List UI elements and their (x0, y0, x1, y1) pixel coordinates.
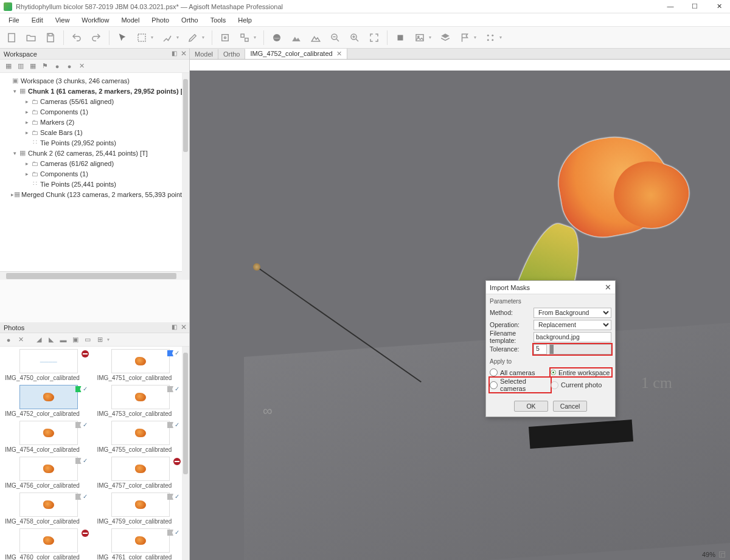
tab-image[interactable]: IMG_4752_color_calibrated✕ (245, 49, 347, 59)
ph-dot-icon[interactable]: ● (4, 335, 13, 345)
ph-1-icon[interactable] (28, 335, 32, 345)
window-maximize-button[interactable]: ☐ (687, 2, 702, 10)
tree-cameras2[interactable]: ▸🗀Cameras (61/62 aligned) (2, 158, 189, 168)
operation-select[interactable]: Replacement (534, 320, 611, 330)
tree-scalebars1[interactable]: ▸🗀Scale Bars (1) (2, 127, 189, 137)
pin-icon[interactable]: ◧ (172, 323, 177, 330)
pointer-icon[interactable] (114, 30, 130, 46)
photo-thumb[interactable]: ✓IMG_4754_color_calibrated (4, 421, 94, 455)
ph-img-icon[interactable]: ▭ (83, 335, 92, 345)
tolerance-slider[interactable] (549, 344, 611, 354)
photo-thumb[interactable]: ――――IMG_4750_color_calibrated (4, 349, 94, 384)
zoom-mode-icon[interactable] (719, 551, 725, 558)
tab-ortho[interactable]: Ortho (218, 49, 246, 59)
tree-components1[interactable]: ▸🗀Components (1) (2, 106, 189, 117)
workspace-hscroll[interactable] (0, 271, 182, 280)
panel-close-icon[interactable]: ✕ (181, 49, 187, 58)
mountain2-icon[interactable] (308, 30, 324, 46)
tree-chunk1[interactable]: ▾▦Chunk 1 (61 cameras, 2 markers, 29,952… (2, 86, 189, 96)
rect-select-icon[interactable] (134, 30, 150, 46)
ws-add2-icon[interactable]: ▥ (16, 61, 26, 71)
grid-dots-icon[interactable] (482, 30, 498, 46)
photo-thumb[interactable]: IMG_4760_color_calibrated (4, 528, 94, 560)
ph-mask2-icon[interactable]: ◣ (46, 335, 56, 345)
new-project-icon[interactable] (4, 30, 19, 46)
ph-sq-icon[interactable]: ▬ (58, 335, 68, 345)
tree-chunk2[interactable]: ▾▦Chunk 2 (62 cameras, 25,441 points) [T… (2, 148, 189, 158)
mountain-icon[interactable] (288, 30, 304, 46)
lasso-icon[interactable] (159, 30, 175, 46)
menu-model[interactable]: Model (116, 15, 144, 25)
flag-icon[interactable] (457, 30, 473, 46)
window-minimize-button[interactable]: — (663, 2, 678, 10)
zoom-out-icon[interactable] (327, 30, 343, 46)
ph-x-icon[interactable]: ✕ (16, 335, 26, 345)
photo-thumb[interactable]: ✓IMG_4753_color_calibrated (96, 385, 186, 420)
menu-ortho[interactable]: Ortho (176, 15, 203, 25)
menu-file[interactable]: File (4, 15, 24, 25)
photo-thumb[interactable]: ✓IMG_4756_color_calibrated (4, 457, 94, 491)
photos-vscroll[interactable] (182, 347, 189, 560)
tab-close-icon[interactable]: ✕ (336, 50, 342, 57)
tree-merged[interactable]: ▸▦Merged Chunk (123 cameras, 2 markers, … (2, 189, 189, 199)
photo-thumb[interactable]: ✓IMG_4752_color_calibrated (4, 385, 94, 420)
radio-entire-workspace[interactable]: Entire workspace (551, 368, 611, 376)
open-project-icon[interactable] (23, 30, 39, 46)
ph-cam-icon[interactable]: ▣ (71, 335, 80, 345)
photo-thumb[interactable]: ✓IMG_4751_color_calibrated (96, 349, 186, 384)
menu-help[interactable]: Help (233, 15, 257, 25)
tree-cameras1[interactable]: ▸🗀Cameras (55/61 aligned) (2, 96, 189, 106)
viewport-canvas[interactable]: 1 cm ∞ (190, 60, 730, 560)
window-close-button[interactable]: ✕ (712, 2, 726, 10)
layers-icon[interactable] (437, 30, 453, 46)
filename-template-input[interactable] (534, 332, 611, 342)
menu-edit[interactable]: Edit (27, 15, 48, 25)
save-project-icon[interactable] (43, 30, 58, 46)
workspace-tree[interactable]: ▣Workspace (3 chunks, 246 cameras) ▾▦Chu… (0, 73, 189, 202)
photo-thumb[interactable]: ✓IMG_4761_color_calibrated (96, 528, 186, 560)
sphere-icon[interactable] (269, 30, 285, 46)
ws-add-icon[interactable]: ▦ (4, 61, 13, 71)
radio-selected-cameras[interactable]: Selected cameras (490, 378, 551, 392)
photo-label: IMG_4759_color_calibrated (96, 517, 186, 527)
photo-thumb[interactable]: ✓IMG_4758_color_calibrated (4, 493, 94, 527)
menu-workflow[interactable]: Workflow (77, 15, 114, 25)
ws-dot2-icon[interactable]: ● (64, 61, 74, 71)
tab-model[interactable]: Model (190, 49, 218, 59)
ph-mask1-icon[interactable]: ◢ (34, 335, 44, 345)
image-icon[interactable] (412, 30, 428, 46)
photo-thumb[interactable]: IMG_4757_color_calibrated (96, 457, 186, 491)
ph-thumb-icon[interactable]: ⊞ (95, 335, 105, 345)
tree-components2[interactable]: ▸🗀Components (1) (2, 168, 189, 179)
crop-icon[interactable] (217, 30, 233, 46)
menu-view[interactable]: View (50, 15, 75, 25)
menu-photo[interactable]: Photo (147, 15, 174, 25)
photo-thumb[interactable]: ✓IMG_4755_color_calibrated (96, 421, 186, 455)
tree-markers1[interactable]: ▸🗀Markers (2) (2, 117, 189, 127)
pencil-icon[interactable] (185, 30, 201, 46)
tree-tiepoints2[interactable]: ∷Tie Points (25,441 points) (2, 179, 189, 189)
pin-icon[interactable]: ◧ (172, 50, 177, 57)
tree-root[interactable]: ▣Workspace (3 chunks, 246 cameras) (2, 75, 189, 86)
ok-button[interactable]: OK (514, 401, 548, 412)
stop-icon[interactable] (392, 30, 408, 46)
radio-all-cameras[interactable]: All cameras (490, 368, 551, 376)
tree-tiepoints1[interactable]: ∷Tie Points (29,952 points) (2, 137, 189, 148)
workspace-vscroll[interactable] (182, 73, 189, 280)
ws-flag-icon[interactable]: ⚑ (40, 61, 50, 71)
tolerance-value[interactable]: 5 (534, 344, 547, 354)
method-select[interactable]: From Background (534, 308, 611, 318)
ws-play-icon[interactable]: ▦ (28, 61, 38, 71)
panel-close-icon[interactable]: ✕ (181, 323, 187, 331)
fit-icon[interactable] (366, 30, 382, 46)
ws-x-icon[interactable]: ✕ (77, 61, 86, 71)
dialog-close-icon[interactable]: ✕ (605, 283, 611, 292)
photo-thumb[interactable]: ✓IMG_4759_color_calibrated (96, 493, 186, 527)
ws-dot1-icon[interactable]: ● (52, 61, 62, 71)
cancel-button[interactable]: Cancel (553, 401, 587, 412)
region-icon[interactable] (237, 30, 252, 46)
menu-tools[interactable]: Tools (206, 15, 231, 25)
redo-icon[interactable] (88, 30, 104, 46)
zoom-in-icon[interactable] (347, 30, 363, 46)
undo-icon[interactable] (69, 30, 85, 46)
